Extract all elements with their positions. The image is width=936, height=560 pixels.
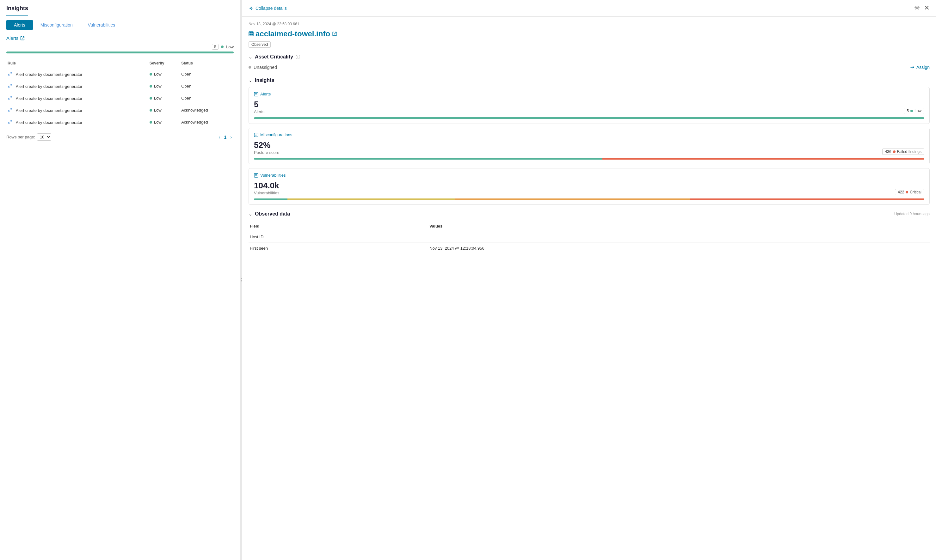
asset-name-heading: acclaimed-towel.info bbox=[248, 29, 337, 38]
detail-timestamp: Nov 13, 2024 @ 23:58:03.661 bbox=[248, 22, 930, 26]
tab-vulnerabilities[interactable]: Vulnerabilities bbox=[80, 20, 123, 30]
severity-dot bbox=[150, 85, 152, 88]
asset-icon bbox=[248, 31, 254, 36]
rows-per-page-select[interactable]: 10 25 50 bbox=[37, 133, 51, 141]
alert-count-badge: 5 bbox=[212, 44, 219, 49]
observed-data-row: First seen Nov 13, 2024 @ 12:18:04.956 bbox=[248, 243, 930, 254]
col-status: Status bbox=[180, 58, 234, 68]
collapse-details-btn[interactable]: Collapse details bbox=[248, 6, 287, 11]
alerts-insight-card: Alerts 5 Alerts 5 Low bbox=[248, 87, 930, 124]
misconfigs-bar-red bbox=[602, 158, 924, 160]
tabs-row: Alerts Misconfiguration Vulnerabilities bbox=[6, 20, 234, 30]
vulns-card-badge: 422 Critical bbox=[895, 189, 924, 195]
criticality-header: ⌄ Asset Criticality i bbox=[248, 54, 930, 60]
asset-badge-wrapper: Observed bbox=[248, 42, 930, 48]
observed-field: Host ID bbox=[248, 231, 428, 243]
observed-field: First seen bbox=[248, 243, 428, 254]
progress-header: 5 Low bbox=[6, 44, 234, 49]
criticality-title: Asset Criticality bbox=[255, 54, 293, 60]
assign-label: Assign bbox=[916, 65, 930, 70]
criticality-collapse-btn[interactable]: ⌄ bbox=[248, 54, 252, 59]
vulns-bar-yellow bbox=[287, 198, 455, 200]
col-rule: Rule bbox=[6, 58, 148, 68]
status-cell: Open bbox=[180, 68, 234, 80]
rule-cell: Alert create by documents-generator bbox=[6, 104, 148, 116]
insights-title: Insights bbox=[255, 77, 274, 83]
svg-point-1 bbox=[916, 7, 918, 9]
alerts-card-badge: 5 Low bbox=[904, 108, 924, 114]
alerts-card-label[interactable]: Alerts bbox=[260, 92, 271, 96]
vulns-bar-green bbox=[254, 198, 287, 200]
external-link-icon[interactable] bbox=[332, 31, 337, 36]
asset-name: acclaimed-towel.info bbox=[256, 29, 330, 38]
insights-collapse-btn[interactable]: ⌄ bbox=[248, 78, 252, 83]
assign-icon bbox=[910, 65, 914, 69]
misconfigs-card-badge: 436 Failed findings bbox=[882, 149, 924, 155]
alerts-badge-count: 5 bbox=[907, 109, 909, 113]
severity-dot bbox=[150, 121, 152, 123]
expand-icon[interactable] bbox=[8, 72, 13, 77]
vulns-badge-dot bbox=[906, 191, 908, 194]
vulns-bar-red bbox=[690, 198, 924, 200]
criticality-info-icon[interactable]: i bbox=[296, 55, 300, 59]
observed-data-section: ⌄ Observed data Updated 9 hours ago Fiel… bbox=[248, 211, 930, 254]
vulns-bar-orange bbox=[455, 198, 690, 200]
header-actions bbox=[914, 5, 930, 12]
kibana-icon-misconfigs bbox=[254, 133, 258, 137]
tab-misconfiguration[interactable]: Misconfiguration bbox=[33, 20, 80, 30]
misconfigs-card-value: 52% bbox=[254, 140, 279, 150]
gear-icon bbox=[914, 5, 919, 10]
misconfigs-badge-level: Failed findings bbox=[897, 149, 921, 154]
close-btn[interactable] bbox=[924, 5, 930, 12]
severity-value: Low bbox=[154, 108, 162, 112]
left-content: Alerts 5 Low Rule Severity Status bbox=[0, 30, 240, 560]
rule-cell: Alert create by documents-generator bbox=[6, 92, 148, 104]
severity-cell: Low bbox=[148, 80, 180, 92]
table-row: Alert create by documents-generator Low … bbox=[6, 104, 234, 116]
unassigned-dot bbox=[248, 66, 251, 69]
settings-btn[interactable] bbox=[914, 5, 920, 12]
status-cell: Acknowledged bbox=[180, 116, 234, 128]
severity-value: Low bbox=[154, 96, 162, 100]
severity-value: Low bbox=[154, 84, 162, 88]
alerts-link[interactable]: Alerts bbox=[6, 35, 234, 41]
left-panel: Insights Alerts Misconfiguration Vulnera… bbox=[0, 0, 240, 560]
left-header: Insights Alerts Misconfiguration Vulnera… bbox=[0, 0, 240, 30]
severity-cell: Low bbox=[148, 68, 180, 80]
vulns-badge-level: Critical bbox=[910, 190, 921, 194]
alerts-progress-bar-fill bbox=[6, 52, 234, 54]
severity-cell: Low bbox=[148, 116, 180, 128]
vulns-card-value: 104.0k bbox=[254, 181, 279, 191]
alerts-badge-level: Low bbox=[914, 109, 921, 113]
vulns-card-label[interactable]: Vulnerabilities bbox=[260, 173, 285, 178]
rows-per-page: Rows per page: 10 25 50 bbox=[6, 133, 51, 141]
tab-alerts[interactable]: Alerts bbox=[6, 20, 33, 30]
detail-content: Nov 13, 2024 @ 23:58:03.661 acclaimed-to… bbox=[242, 17, 936, 259]
expand-icon[interactable] bbox=[8, 84, 13, 89]
asset-title-row: acclaimed-towel.info bbox=[248, 29, 930, 38]
severity-cell: Low bbox=[148, 92, 180, 104]
misconfigs-card-header: Misconfigurations bbox=[254, 132, 924, 137]
observed-col-field: Field bbox=[248, 221, 428, 231]
observed-data-collapse-btn[interactable]: ⌄ bbox=[248, 211, 252, 217]
vulns-card-subtext: Vulnerabilities bbox=[254, 191, 279, 195]
expand-icon[interactable] bbox=[8, 96, 13, 101]
asset-criticality-section: ⌄ Asset Criticality i Unassigned Assign bbox=[248, 54, 930, 71]
expand-icon[interactable] bbox=[8, 120, 13, 125]
svg-rect-6 bbox=[251, 34, 253, 35]
expand-icon[interactable] bbox=[8, 108, 13, 113]
alerts-badge-dot bbox=[910, 110, 913, 112]
next-page-btn[interactable]: › bbox=[228, 134, 234, 140]
assign-btn[interactable]: Assign bbox=[910, 65, 930, 70]
misconfigs-card-label[interactable]: Misconfigurations bbox=[260, 132, 292, 137]
right-panel: Collapse details Nov 13, 2024 @ 23:58:03… bbox=[242, 0, 936, 560]
table-row: Alert create by documents-generator Low … bbox=[6, 68, 234, 80]
prev-page-btn[interactable]: ‹ bbox=[217, 134, 222, 140]
page-title: Insights bbox=[6, 5, 28, 16]
severity-dot bbox=[150, 97, 152, 100]
alerts-card-bar-fill bbox=[254, 117, 924, 119]
col-severity: Severity bbox=[148, 58, 180, 68]
misconfigs-card-subtext: Posture score bbox=[254, 150, 279, 155]
misconfigs-badge-dot bbox=[893, 151, 896, 153]
criticality-row: Unassigned Assign bbox=[248, 63, 930, 71]
